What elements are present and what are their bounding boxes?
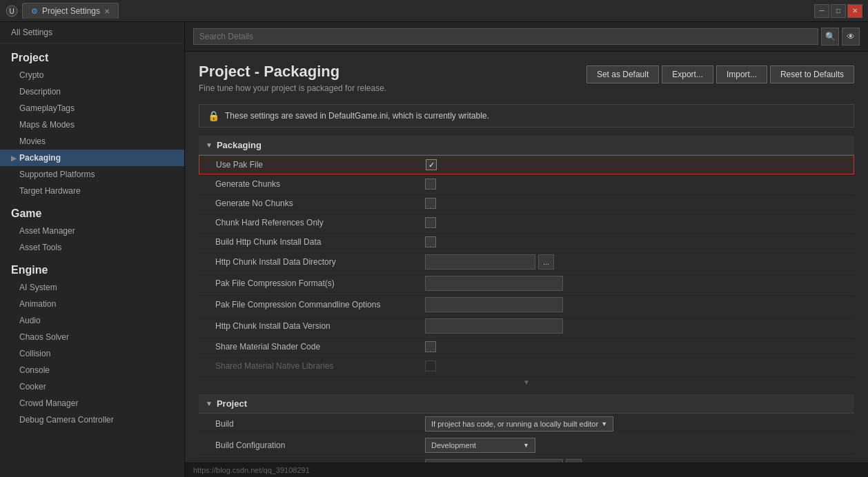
page-content: Project - Packaging Fine tune how your p… <box>185 52 868 463</box>
set-as-default-button[interactable]: Set as Default <box>586 65 659 83</box>
export-button[interactable]: Export... <box>662 65 713 83</box>
generate-no-chunks-label: Generate No Chunks <box>199 196 420 211</box>
sidebar-item-asset-tools[interactable]: Asset Tools <box>0 239 184 256</box>
http-chunk-dir-browse-button[interactable]: ... <box>538 254 554 270</box>
sidebar-item-gameplaytags[interactable]: GameplayTags <box>0 100 184 116</box>
use-pak-file-checkbox[interactable]: ✓ <box>426 159 437 170</box>
project-subsection-title[interactable]: ▼ Project <box>199 394 854 414</box>
close-window-button[interactable]: ✕ <box>847 4 862 18</box>
chunk-hard-refs-checkbox[interactable] <box>425 217 436 228</box>
shared-material-native-label: Shared Material Native Libraries <box>199 358 420 374</box>
sidebar-item-supported-platforms[interactable]: Supported Platforms <box>0 166 184 183</box>
http-chunk-version-value <box>420 316 854 336</box>
staging-directory-value: ... <box>420 456 854 463</box>
build-row: Build If project has code, or running a … <box>199 414 854 435</box>
search-button[interactable]: 🔍 <box>821 28 839 45</box>
build-dropdown[interactable]: If project has code, or running a locall… <box>425 416 613 432</box>
sidebar-item-crypto[interactable]: Crypto <box>0 67 184 83</box>
window-controls: ─ □ ✕ <box>814 4 862 18</box>
sidebar-item-movies[interactable]: Movies <box>0 133 184 150</box>
generate-chunks-checkbox[interactable] <box>425 179 436 190</box>
visibility-toggle-button[interactable]: 👁 <box>842 28 860 45</box>
page-title: Project - Packaging <box>199 63 386 81</box>
sidebar: All Settings Project Crypto Description … <box>0 22 185 477</box>
generate-no-chunks-checkbox[interactable] <box>425 198 436 209</box>
pak-compression-format-label: Pak File Compression Format(s) <box>199 276 420 291</box>
sidebar-item-crowd-manager[interactable]: Crowd Manager <box>0 395 184 412</box>
sidebar-item-chaos-solver[interactable]: Chaos Solver <box>0 329 184 345</box>
build-configuration-dropdown[interactable]: Development ▼ <box>425 438 535 453</box>
build-configuration-label: Build Configuration <box>199 438 420 453</box>
chunk-hard-refs-label: Chunk Hard References Only <box>199 215 420 230</box>
sidebar-item-debug-camera[interactable]: Debug Camera Controller <box>0 412 184 428</box>
maximize-button[interactable]: □ <box>831 4 846 18</box>
pak-compression-format-input[interactable] <box>425 276 563 291</box>
sidebar-item-animation[interactable]: Animation <box>0 296 184 312</box>
sidebar-item-packaging[interactable]: ▶ Packaging <box>0 150 184 166</box>
info-bar-text: These settings are saved in DefaultGame.… <box>225 111 489 121</box>
build-http-chunk-row: Build Http Chunk Install Data <box>199 232 854 252</box>
http-chunk-version-row: Http Chunk Install Data Version <box>199 316 854 337</box>
sidebar-item-console[interactable]: Console <box>0 362 184 378</box>
use-pak-file-value: ✓ <box>420 156 854 173</box>
share-material-shader-label: Share Material Shader Code <box>199 339 420 354</box>
settings-gear-icon: ⚙ <box>31 7 38 16</box>
svg-text:U: U <box>9 8 14 15</box>
build-label: Build <box>199 416 420 432</box>
title-bar: U ⚙ Project Settings ✕ ─ □ ✕ <box>0 0 868 22</box>
lock-icon: 🔒 <box>208 110 219 121</box>
build-config-dropdown-arrow-icon: ▼ <box>523 442 529 449</box>
http-chunk-dir-label: Http Chunk Install Data Directory <box>199 254 420 270</box>
generate-chunks-value <box>420 176 854 192</box>
project-settings-tab[interactable]: ⚙ Project Settings ✕ <box>22 3 119 19</box>
use-pak-file-row: Use Pak File ✓ <box>199 155 854 174</box>
http-chunk-dir-input[interactable] <box>425 254 535 270</box>
build-dropdown-arrow-icon: ▼ <box>601 420 607 427</box>
project-collapse-arrow: ▼ <box>206 400 213 407</box>
http-chunk-dir-value: ... <box>420 252 854 272</box>
chunk-hard-refs-row: Chunk Hard References Only <box>199 213 854 232</box>
sidebar-item-description[interactable]: Description <box>0 83 184 100</box>
import-button[interactable]: Import... <box>716 65 767 83</box>
tab-close-button[interactable]: ✕ <box>104 8 110 15</box>
tab-label: Project Settings <box>42 6 100 16</box>
http-chunk-version-input[interactable] <box>425 318 563 334</box>
pak-compression-cmd-input[interactable] <box>425 297 563 312</box>
share-material-shader-value <box>420 338 854 355</box>
shared-material-native-checkbox <box>425 361 436 372</box>
packaging-section-label: Packaging <box>217 140 262 150</box>
build-configuration-row: Build Configuration Development ▼ <box>199 435 854 456</box>
reset-to-defaults-button[interactable]: Reset to Defaults <box>770 65 854 83</box>
http-chunk-version-label: Http Chunk Install Data Version <box>199 318 420 334</box>
sidebar-item-target-hardware[interactable]: Target Hardware <box>0 183 184 199</box>
all-settings-button[interactable]: All Settings <box>0 22 184 43</box>
pak-compression-format-value <box>420 273 854 294</box>
build-dropdown-value: If project has code, or running a locall… <box>431 420 598 428</box>
page-subtitle: Fine tune how your project is packaged f… <box>199 83 386 93</box>
pak-compression-cmd-value <box>420 294 854 315</box>
packaging-section-title[interactable]: ▼ Packaging <box>199 136 854 155</box>
build-configuration-dropdown-value: Development <box>431 441 476 449</box>
search-bar: 🔍 👁 <box>185 22 868 52</box>
search-input[interactable] <box>193 28 818 45</box>
project-subsection: ▼ Project Build If project has code, or … <box>199 394 854 463</box>
build-http-chunk-checkbox[interactable] <box>425 236 436 247</box>
minimize-button[interactable]: ─ <box>814 4 829 18</box>
app-logo: U <box>6 5 18 17</box>
shared-material-native-row: Shared Material Native Libraries <box>199 356 854 376</box>
share-material-shader-checkbox[interactable] <box>425 341 436 352</box>
sidebar-item-collision[interactable]: Collision <box>0 345 184 362</box>
generate-no-chunks-row: Generate No Chunks <box>199 194 854 213</box>
sidebar-item-asset-manager[interactable]: Asset Manager <box>0 223 184 239</box>
pak-compression-format-row: Pak File Compression Format(s) <box>199 273 854 294</box>
sidebar-item-audio[interactable]: Audio <box>0 312 184 329</box>
shared-material-native-value <box>420 358 854 374</box>
generate-chunks-row: Generate Chunks <box>199 174 854 194</box>
game-section-header: Game <box>0 199 184 223</box>
sidebar-item-cooker[interactable]: Cooker <box>0 378 184 395</box>
sidebar-item-ai-system[interactable]: AI System <box>0 279 184 296</box>
http-chunk-dir-row: Http Chunk Install Data Directory ... <box>199 252 854 273</box>
build-http-chunk-label: Build Http Chunk Install Data <box>199 234 420 250</box>
sidebar-item-maps-modes[interactable]: Maps & Modes <box>0 116 184 133</box>
scroll-down-arrow-icon: ▼ <box>523 378 530 386</box>
